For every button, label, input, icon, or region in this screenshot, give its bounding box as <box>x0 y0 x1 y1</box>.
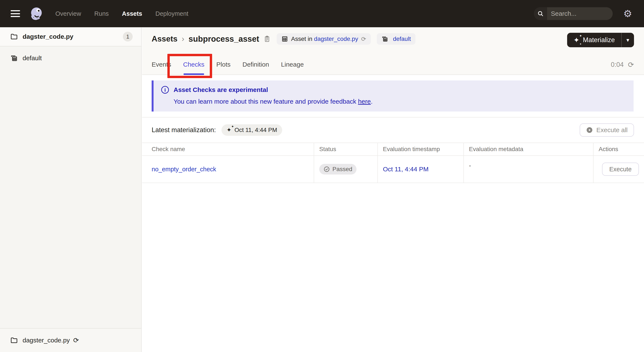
global-search[interactable]: / <box>534 7 613 20</box>
latest-materialization-label: Latest materialization: <box>152 126 216 134</box>
col-evaluation-timestamp: Evaluation timestamp <box>377 143 464 155</box>
asset-tabs: Events Checks Plots Definition Lineage <box>152 54 304 74</box>
folder-icon <box>10 33 18 40</box>
refresh-timer: 0:04 <box>611 61 624 68</box>
search-icon <box>534 7 547 20</box>
col-evaluation-metadata: Evaluation metadata <box>464 143 593 155</box>
table-row: no_empty_order_check Passed Oct 11, 4:44… <box>142 156 644 183</box>
checks-table: Check name Status Evaluation timestamp E… <box>142 143 644 183</box>
nav-assets[interactable]: Assets <box>122 10 142 17</box>
folder-icon <box>10 337 18 344</box>
tab-definition[interactable]: Definition <box>242 54 269 74</box>
check-name-link[interactable]: no_empty_order_check <box>152 166 216 173</box>
sparkle-icon: ✦ ✦ ✦ <box>574 36 580 44</box>
sidebar-footer: dagster_code.py ⟳ <box>0 328 141 352</box>
check-circle-icon <box>324 166 330 172</box>
col-status: Status <box>314 143 377 155</box>
experimental-banner: i Asset Checks are experimental You can … <box>152 80 634 111</box>
asset-name-title: subprocess_asset <box>188 34 259 44</box>
execute-button[interactable]: Execute <box>602 163 639 176</box>
experimental-banner-section: i Asset Checks are experimental You can … <box>142 75 644 117</box>
materialize-button[interactable]: ✦ ✦ ✦ Materialize <box>567 33 621 47</box>
info-icon: i <box>161 86 169 94</box>
hamburger-menu-icon[interactable] <box>11 10 20 17</box>
evaluation-timestamp-link[interactable]: Oct 11, 4:44 PM <box>383 166 429 173</box>
asset-group-grid-icon <box>10 54 18 62</box>
col-actions: Actions <box>593 143 644 155</box>
tab-plots[interactable]: Plots <box>216 54 231 74</box>
asset-header: Assets › subprocess_asset Asset in dagst… <box>142 27 644 75</box>
nav-overview[interactable]: Overview <box>55 10 81 17</box>
breadcrumb: Assets › subprocess_asset Asset in dagst… <box>152 33 416 45</box>
asset-count-badge: 1 <box>123 32 133 41</box>
tab-lineage[interactable]: Lineage <box>281 54 304 74</box>
breadcrumb-assets-link[interactable]: Assets <box>152 34 178 43</box>
nav-deployment[interactable]: Deployment <box>156 10 188 17</box>
code-location-link[interactable]: dagster_code.py <box>22 337 70 344</box>
feedback-link[interactable]: here <box>358 98 371 105</box>
refresh-icon[interactable]: ⟳ <box>628 60 634 69</box>
play-circle-icon <box>586 127 593 133</box>
latest-materialization-row: Latest materialization: ✦ ✦ Oct 11, 4:44… <box>142 117 644 143</box>
col-check-name: Check name <box>142 143 314 155</box>
materialize-split-button: ✦ ✦ ✦ Materialize ▾ <box>567 33 634 47</box>
nav-runs[interactable]: Runs <box>94 10 109 17</box>
materialize-label: Materialize <box>583 36 615 44</box>
copy-clipboard-icon[interactable] <box>264 35 271 42</box>
group-grid-icon <box>382 35 388 42</box>
asset-group-tag[interactable]: default <box>377 33 416 45</box>
tag-prefix: Asset in <box>291 35 312 42</box>
reload-code-location-icon[interactable]: ⟳ <box>73 336 79 344</box>
main-content: Assets › subprocess_asset Asset in dagst… <box>142 27 644 352</box>
banner-title: Asset Checks are experimental <box>174 86 268 93</box>
settings-gear-icon[interactable]: ⚙ <box>623 9 632 18</box>
asset-definition-tag[interactable]: Asset in dagster_code.py ⟳ <box>277 33 371 45</box>
asset-sidebar: dagster_code.py 1 default dagster_code.p… <box>0 27 142 352</box>
asset-grid-icon <box>281 35 288 42</box>
evaluation-metadata-cell: - <box>464 156 593 183</box>
tab-checks[interactable]: Checks <box>183 54 204 74</box>
search-input[interactable] <box>547 10 613 17</box>
materialize-dropdown-button[interactable]: ▾ <box>621 33 634 47</box>
primary-nav: Overview Runs Assets Deployment <box>55 10 188 17</box>
group-link[interactable]: default <box>393 35 411 42</box>
latest-materialization-badge[interactable]: ✦ ✦ Oct 11, 4:44 PM <box>222 124 282 136</box>
dagster-logo[interactable] <box>30 7 43 20</box>
execute-all-button[interactable]: Execute all <box>580 123 634 137</box>
sidebar-item-default-group[interactable]: default <box>0 51 141 65</box>
banner-body: You can learn more about this new featur… <box>161 98 634 105</box>
sidebar-item-label: default <box>22 54 42 62</box>
status-badge: Passed <box>319 164 356 175</box>
sparkle-icon: ✦ ✦ <box>226 127 232 133</box>
code-file-link[interactable]: dagster_code.py <box>314 35 358 42</box>
reload-icon[interactable]: ⟳ <box>361 35 366 42</box>
sidebar-item-dagster-code[interactable]: dagster_code.py 1 <box>0 27 141 46</box>
sidebar-item-label: dagster_code.py <box>22 33 73 40</box>
tab-events[interactable]: Events <box>152 54 171 74</box>
top-nav: Overview Runs Assets Deployment / ⚙ <box>0 0 644 27</box>
chevron-right-icon: › <box>182 34 184 43</box>
table-header-row: Check name Status Evaluation timestamp E… <box>142 143 644 156</box>
